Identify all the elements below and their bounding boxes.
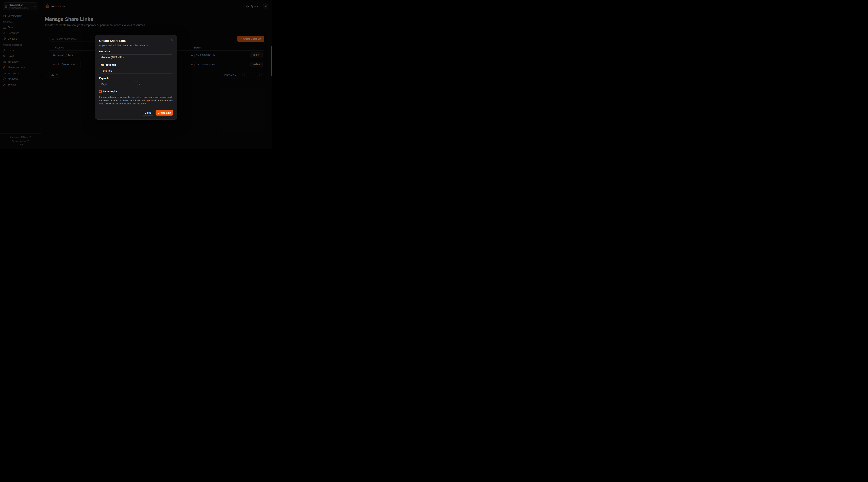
resource-select[interactable]: Grafana (AWS VPC) (99, 54, 173, 60)
dialog-subtitle: Anyone with this link can access the res… (99, 44, 173, 47)
never-expire-checkbox[interactable] (99, 90, 102, 93)
title-label: Title (optional) (99, 63, 173, 66)
never-expire-label: Never expire (103, 90, 117, 93)
scrollbar-thumb[interactable] (271, 46, 272, 76)
chevron-down-icon (131, 83, 133, 85)
app-window: Organization milo@fossorial.io's ... Ser… (0, 0, 272, 149)
dialog-title: Create Share Link (99, 39, 173, 43)
close-icon[interactable] (170, 38, 174, 42)
expire-unit-select[interactable]: Days (99, 81, 135, 87)
expiration-help-text: Expiration time is how long the link wil… (99, 95, 173, 105)
expire-value-input[interactable] (137, 81, 173, 87)
resource-label: Resource (99, 50, 173, 53)
expire-in-label: Expire In (99, 77, 173, 80)
close-button[interactable]: Close (142, 110, 154, 116)
create-share-link-dialog: Create Share Link Anyone with this link … (95, 35, 177, 119)
never-expire-row[interactable]: Never expire (99, 90, 173, 93)
create-link-button[interactable]: Create Link (156, 110, 173, 116)
chevrons-up-down-icon (169, 56, 171, 59)
title-input[interactable] (99, 68, 173, 74)
